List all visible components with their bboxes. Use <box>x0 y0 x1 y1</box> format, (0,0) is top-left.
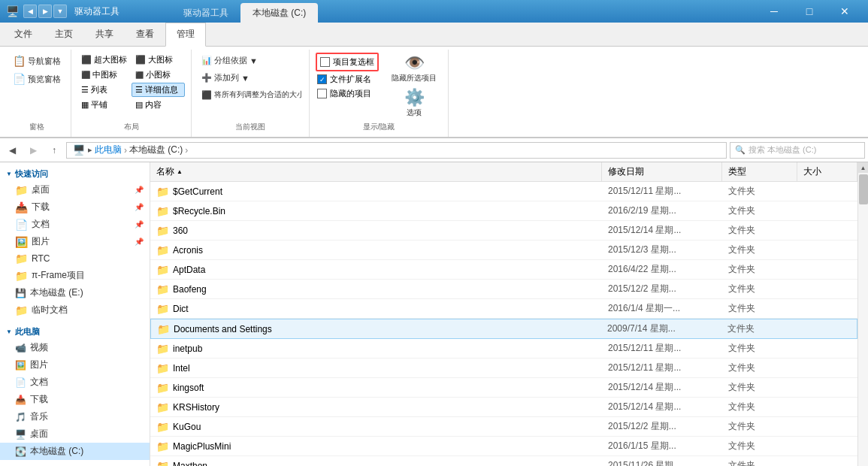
search-box[interactable]: 🔍 搜索 本地磁盘 (C:) <box>730 142 865 159</box>
table-row[interactable]: 📁 Intel 2015/12/11 星期... 文件夹 <box>150 359 857 378</box>
options-btn[interactable]: ⚙️ 选项 <box>395 87 433 120</box>
col-header-type[interactable]: 类型 <box>722 162 797 181</box>
file-type-cell: 文件夹 <box>722 242 797 258</box>
item-checkbox[interactable] <box>320 57 330 67</box>
file-name: Documents and Settings <box>174 324 272 334</box>
tab-file[interactable]: 文件 <box>3 23 44 46</box>
sort-by-btn[interactable]: 📊 分组依据 ▼ <box>198 53 303 68</box>
scroll-thumb[interactable] <box>859 174 868 204</box>
quick-access-title[interactable]: ▼ 快速访问 <box>0 165 150 181</box>
hidden-items-checkbox[interactable] <box>317 89 327 98</box>
scrollbar[interactable]: ▲ ▼ <box>857 162 868 466</box>
tab-view[interactable]: 查看 <box>125 23 165 46</box>
col-header-name[interactable]: 名称 ▲ <box>150 162 602 181</box>
sidebar-item-label: 音乐 <box>30 410 48 423</box>
hidden-items-row[interactable]: 隐藏的项目 <box>316 87 379 100</box>
hide-selected-btn[interactable]: 👁️ 隐藏所选项目 <box>386 53 442 86</box>
sidebar-item-piframe[interactable]: 📁 π-Frame项目 <box>0 267 150 284</box>
view-small[interactable]: ⬛ 小图标 <box>132 68 185 82</box>
sidebar-item-desktop-quick[interactable]: 📁 桌面 📌 <box>0 181 150 198</box>
down-quick-btn[interactable]: ▼ <box>53 5 67 18</box>
maximize-button[interactable]: □ <box>792 0 827 23</box>
sidebar-item-label: 桌面 <box>30 428 48 440</box>
table-row[interactable]: 📁 KuGou 2015/12/2 星期... 文件夹 <box>150 417 857 437</box>
sidebar-item-label: π-Frame项目 <box>32 269 85 282</box>
sidebar-item-pictures[interactable]: 🖼️ 图片 <box>0 356 150 374</box>
fit-col-btn[interactable]: ⬛ 将所有列调整为合适的大小 <box>198 87 303 102</box>
file-size-cell <box>797 425 857 428</box>
sidebar-item-docs-quick[interactable]: 📄 文档 📌 <box>0 216 150 233</box>
path-this-pc[interactable]: 此电脑 <box>95 144 122 156</box>
file-ext-row[interactable]: ✓ 文件扩展名 <box>316 73 379 86</box>
folder-icon-sm: 📁 <box>156 421 169 433</box>
item-checkbox-label: 项目复选框 <box>333 56 374 68</box>
sidebar-item-documents[interactable]: 📄 文档 <box>0 374 150 391</box>
minimize-button[interactable]: ─ <box>757 0 791 23</box>
view-medium[interactable]: ⬛ 中图标 <box>77 68 131 82</box>
item-checkbox-row[interactable]: 项目复选框 <box>319 56 376 68</box>
sort-arrow-icon: ▲ <box>177 168 183 175</box>
table-row[interactable]: 📁 $Recycle.Bin 2016/2/19 星期... 文件夹 <box>150 201 857 221</box>
tab-manage[interactable]: 管理 <box>165 23 206 47</box>
sidebar-item-rtc[interactable]: 📁 RTC <box>0 250 150 267</box>
sidebar-item-temp-docs[interactable]: 📁 临时文档 <box>0 301 150 319</box>
file-name: Acronis <box>173 245 203 256</box>
col-header-date[interactable]: 修改日期 <box>602 162 722 181</box>
col-type-label: 类型 <box>728 165 746 178</box>
tab-driver-tools[interactable]: 驱动器工具 <box>171 3 240 23</box>
back-button[interactable]: ◀ <box>3 141 21 159</box>
folder-icon-sm: 📁 <box>156 460 169 467</box>
file-date-cell: 2015/12/14 星期... <box>602 380 722 395</box>
this-pc-title[interactable]: ▼ 此电脑 <box>0 323 150 339</box>
table-row[interactable]: 📁 Acronis 2015/12/3 星期... 文件夹 <box>150 241 857 260</box>
table-row[interactable]: 📁 360 2015/12/14 星期... 文件夹 <box>150 221 857 241</box>
table-row[interactable]: 📁 Maxthon 2015/11/26 星期... 文件夹 <box>150 456 857 466</box>
tab-local-disk[interactable]: 本地磁盘 (C:) <box>240 3 318 23</box>
scroll-up-btn[interactable]: ▲ <box>858 162 869 173</box>
preview-pane-btn[interactable]: 📄 预览窗格 <box>9 71 65 87</box>
sidebar-item-drive-e[interactable]: 💾 本地磁盘 (E:) <box>0 284 150 301</box>
path-drive[interactable]: 本地磁盘 (C:) <box>129 144 183 156</box>
table-row[interactable]: 📁 KRSHistory 2015/12/14 星期... 文件夹 <box>150 398 857 417</box>
view-list[interactable]: ☰ 列表 <box>77 83 131 97</box>
view-details[interactable]: ☰ 详细信息 <box>132 83 185 97</box>
table-row[interactable]: 📁 inetpub 2015/12/11 星期... 文件夹 <box>150 339 857 359</box>
table-row[interactable]: 📁 Documents and Settings 2009/7/14 星期...… <box>150 319 857 339</box>
up-button[interactable]: ↑ <box>45 141 63 159</box>
col-name-label: 名称 <box>156 165 174 178</box>
nav-pane-btn[interactable]: 📋 导航窗格 <box>9 53 65 69</box>
view-tile[interactable]: ▦ 平铺 <box>77 98 131 112</box>
col-header-size[interactable]: 大小 <box>797 162 857 181</box>
tab-home[interactable]: 主页 <box>44 23 84 46</box>
table-row[interactable]: 📁 Dict 2016/1/4 星期一... 文件夹 <box>150 299 857 319</box>
file-type-cell: 文件夹 <box>722 281 797 297</box>
sidebar-item-download-quick[interactable]: 📥 下载 📌 <box>0 198 150 216</box>
sidebar-item-video[interactable]: 📹 视频 <box>0 339 150 356</box>
file-name-cell: 📁 360 <box>150 223 602 238</box>
table-row[interactable]: 📁 MagicPlusMini 2016/1/15 星期... 文件夹 <box>150 437 857 456</box>
back-quick-btn[interactable]: ◀ <box>23 5 37 18</box>
view-content[interactable]: ▤ 内容 <box>132 98 185 112</box>
table-row[interactable]: 📁 kingsoft 2015/12/14 星期... 文件夹 <box>150 378 857 398</box>
address-path[interactable]: 🖥️ ▸ 此电脑 › 本地磁盘 (C:) › <box>66 142 727 159</box>
add-col-btn[interactable]: ➕ 添加列 ▼ <box>198 70 303 86</box>
this-pc-label: 此电脑 <box>15 326 40 337</box>
sidebar-item-music[interactable]: 🎵 音乐 <box>0 408 150 425</box>
close-button[interactable]: ✕ <box>827 0 862 23</box>
view-extra-large[interactable]: ⬛ 超大图标 <box>77 53 131 67</box>
hide-selected-label: 隐藏所选项目 <box>392 73 437 83</box>
sidebar-item-downloads[interactable]: 📥 下载 <box>0 391 150 408</box>
forward-button[interactable]: ▶ <box>24 141 42 159</box>
sidebar-item-pics-quick[interactable]: 🖼️ 图片 📌 <box>0 233 150 250</box>
sidebar-item-desktop-pc[interactable]: 🖥️ 桌面 <box>0 425 150 443</box>
tab-share[interactable]: 共享 <box>84 23 125 46</box>
folder-icon: 📁 <box>15 253 28 265</box>
table-row[interactable]: 📁 Baofeng 2015/12/2 星期... 文件夹 <box>150 280 857 299</box>
view-large[interactable]: ⬛ 大图标 <box>132 53 185 67</box>
table-row[interactable]: 📁 AptData 2016/4/22 星期... 文件夹 <box>150 260 857 280</box>
sidebar-item-drive-c[interactable]: 💽 本地磁盘 (C:) <box>0 443 150 460</box>
file-type-cell: 文件夹 <box>722 438 797 454</box>
forward-quick-btn[interactable]: ▶ <box>38 5 52 18</box>
file-ext-checkbox[interactable]: ✓ <box>317 74 327 84</box>
table-row[interactable]: 📁 $GetCurrent 2015/12/11 星期... 文件夹 <box>150 182 857 201</box>
